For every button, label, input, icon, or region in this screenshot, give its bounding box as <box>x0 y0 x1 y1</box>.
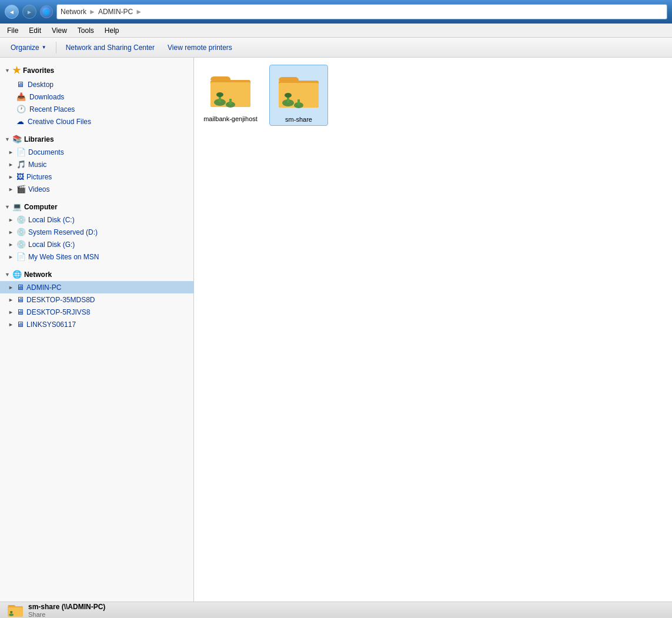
desktop-5rjivs8-icon: 🖥 <box>16 308 24 316</box>
sidebar-item-pictures[interactable]: ► 🖼 Pictures <box>0 171 193 183</box>
status-preview: sm-share (\\ADMIN-PC) Share <box>7 603 105 618</box>
desktop-icon: 🖥 <box>16 80 24 89</box>
linksys06117-expand-icon: ► <box>8 322 14 328</box>
sidebar-item-recent-places[interactable]: 🕐 Recent Places <box>0 103 193 115</box>
view-remote-printers-button[interactable]: View remote printers <box>162 41 238 54</box>
main-layout: ▼ ★ Favorites 🖥 Desktop 📥 Downloads 🕐 Re… <box>0 58 672 602</box>
sidebar-item-local-disk-c[interactable]: ► 💿 Local Disk (C:) <box>0 213 193 226</box>
sidebar-item-admin-pc[interactable]: ► 🖥 ADMIN-PC <box>0 281 193 293</box>
music-icon: 🎵 <box>16 160 26 169</box>
status-subtitle: Share <box>28 611 105 618</box>
network-globe-icon: 🌐 <box>12 270 22 279</box>
svg-point-4 <box>216 92 223 97</box>
menu-tools[interactable]: Tools <box>73 25 99 36</box>
address-adminpc: ADMIN-PC <box>98 8 133 16</box>
back-button[interactable]: ◄ <box>5 5 19 19</box>
sidebar-item-web-sites-msn[interactable]: ► 📄 My Web Sites on MSN <box>0 250 193 263</box>
address-sep1: ► <box>89 8 96 16</box>
sidebar-item-system-reserved[interactable]: ► 💿 System Reserved (D:) <box>0 226 193 238</box>
videos-icon: 🎬 <box>16 185 26 193</box>
favorites-star-icon: ★ <box>12 65 21 76</box>
sidebar-item-desktop-35mds8d[interactable]: ► 🖥 DESKTOP-35MDS8D <box>0 293 193 306</box>
network-expand-icon: ▼ <box>5 272 10 278</box>
globe-icon: 🌐 <box>40 5 53 18</box>
local-disk-c-expand-icon: ► <box>8 217 14 223</box>
forward-button[interactable]: ► <box>22 5 36 19</box>
pictures-icon: 🖼 <box>16 172 24 181</box>
computer-expand-icon: ▼ <box>5 204 10 210</box>
admin-pc-expand-icon: ► <box>8 285 14 290</box>
downloads-icon: 📥 <box>16 92 26 101</box>
menu-file[interactable]: File <box>2 25 23 36</box>
svg-point-18 <box>10 611 13 613</box>
local-disk-g-icon: 💿 <box>16 240 26 249</box>
creative-cloud-icon: ☁ <box>16 117 24 126</box>
documents-expand-icon: ► <box>8 149 14 155</box>
content-area: mailbank-genjihost <box>194 58 672 602</box>
web-sites-icon: 📄 <box>16 252 26 261</box>
folder-mailbank-label: mailbank-genjihost <box>203 115 258 122</box>
sidebar-item-music[interactable]: ► 🎵 Music <box>0 158 193 171</box>
local-disk-g-expand-icon: ► <box>8 242 14 248</box>
admin-pc-icon: 🖥 <box>16 283 24 292</box>
computer-icon: 💻 <box>12 202 22 211</box>
menu-edit[interactable]: Edit <box>24 25 46 36</box>
music-expand-icon: ► <box>8 162 14 168</box>
desktop-35mds8d-expand-icon: ► <box>8 297 14 303</box>
sidebar-item-creative-cloud[interactable]: ☁ Creative Cloud Files <box>0 115 193 128</box>
folder-sm-share[interactable]: sm-share <box>269 65 328 126</box>
organize-button[interactable]: Organize ▼ <box>5 41 52 54</box>
address-bar[interactable]: Network ► ADMIN-PC ► <box>56 4 667 19</box>
favorites-label: Favorites <box>23 66 54 75</box>
status-bar: sm-share (\\ADMIN-PC) Share <box>0 602 672 618</box>
system-reserved-icon: 💿 <box>16 228 26 236</box>
pictures-expand-icon: ► <box>8 174 14 180</box>
favorites-header[interactable]: ▼ ★ Favorites <box>0 62 193 78</box>
libraries-label: Libraries <box>24 135 54 143</box>
sidebar-item-local-disk-g[interactable]: ► 💿 Local Disk (G:) <box>0 238 193 250</box>
address-network: Network <box>61 8 86 16</box>
computer-label: Computer <box>24 203 58 211</box>
network-header[interactable]: ▼ 🌐 Network <box>0 268 193 281</box>
desktop-5rjivs8-expand-icon: ► <box>8 309 14 315</box>
libraries-header[interactable]: ▼ 📚 Libraries <box>0 132 193 146</box>
toolbar-divider <box>56 42 56 54</box>
folder-sm-share-label: sm-share <box>285 116 312 123</box>
libraries-icon: 📚 <box>12 135 22 143</box>
status-info: sm-share (\\ADMIN-PC) Share <box>28 603 105 618</box>
folder-mailbank-svg <box>209 72 252 109</box>
network-label: Network <box>24 270 52 279</box>
sidebar-item-documents[interactable]: ► 📄 Documents <box>0 146 193 158</box>
svg-rect-6 <box>229 99 232 105</box>
system-reserved-expand-icon: ► <box>8 229 14 235</box>
documents-icon: 📄 <box>16 148 26 156</box>
videos-expand-icon: ► <box>8 186 14 192</box>
svg-rect-13 <box>297 99 300 105</box>
menu-bar: File Edit View Tools Help <box>0 24 672 38</box>
sidebar: ▼ ★ Favorites 🖥 Desktop 📥 Downloads 🕐 Re… <box>0 58 194 602</box>
folder-mailbank-genjihost[interactable]: mailbank-genjihost <box>201 65 260 126</box>
organize-arrow-icon: ▼ <box>42 45 46 50</box>
sidebar-item-linksys06117[interactable]: ► 🖥 LINKSYS06117 <box>0 318 193 330</box>
recent-places-icon: 🕐 <box>16 105 26 113</box>
sidebar-item-videos[interactable]: ► 🎬 Videos <box>0 183 193 195</box>
svg-point-11 <box>285 93 292 98</box>
folder-sm-share-svg <box>278 72 320 110</box>
network-sharing-center-button[interactable]: Network and Sharing Center <box>60 41 161 54</box>
computer-header[interactable]: ▼ 💻 Computer <box>0 200 193 213</box>
toolbar: Organize ▼ Network and Sharing Center Vi… <box>0 38 672 58</box>
folder-sm-share-icon-wrapper <box>275 68 322 115</box>
local-disk-c-icon: 💿 <box>16 215 26 224</box>
web-sites-expand-icon: ► <box>8 254 14 260</box>
sidebar-item-desktop-5rjivs8[interactable]: ► 🖥 DESKTOP-5RJIVS8 <box>0 306 193 318</box>
desktop-35mds8d-icon: 🖥 <box>16 295 24 304</box>
status-title: sm-share (\\ADMIN-PC) <box>28 603 105 611</box>
linksys06117-icon: 🖥 <box>16 320 24 329</box>
title-bar: ◄ ► 🌐 Network ► ADMIN-PC ► <box>0 0 672 24</box>
sidebar-item-desktop[interactable]: 🖥 Desktop <box>0 78 193 91</box>
menu-help[interactable]: Help <box>100 25 124 36</box>
menu-view[interactable]: View <box>47 25 72 36</box>
favorites-expand-icon: ▼ <box>5 68 10 74</box>
folder-mailbank-icon-wrapper <box>207 67 254 114</box>
sidebar-item-downloads[interactable]: 📥 Downloads <box>0 91 193 103</box>
